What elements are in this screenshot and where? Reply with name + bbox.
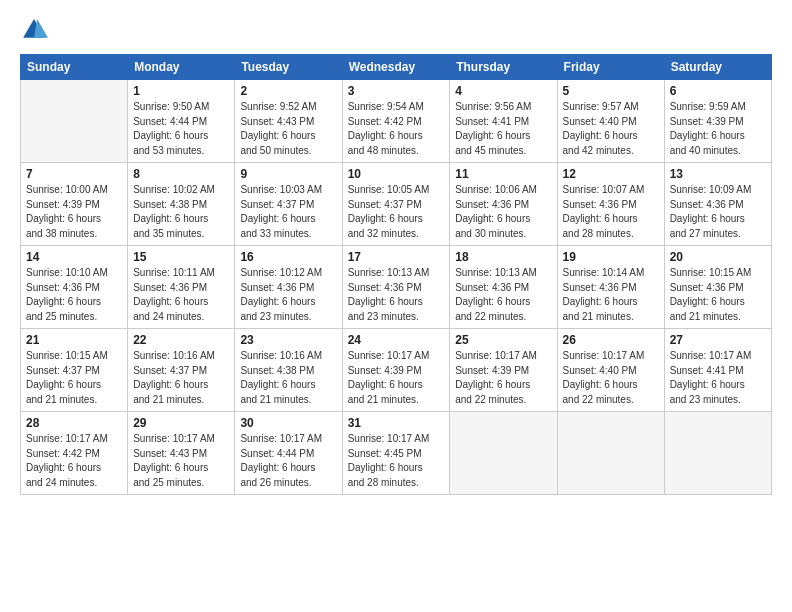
- calendar-cell: 31Sunrise: 10:17 AM Sunset: 4:45 PM Dayl…: [342, 412, 450, 495]
- day-number: 31: [348, 416, 445, 430]
- day-detail: Sunrise: 9:56 AM Sunset: 4:41 PM Dayligh…: [455, 100, 551, 158]
- day-detail: Sunrise: 9:52 AM Sunset: 4:43 PM Dayligh…: [240, 100, 336, 158]
- calendar-cell: [450, 412, 557, 495]
- calendar-cell: 3Sunrise: 9:54 AM Sunset: 4:42 PM Daylig…: [342, 80, 450, 163]
- day-number: 5: [563, 84, 659, 98]
- weekday-header-row: SundayMondayTuesdayWednesdayThursdayFrid…: [21, 55, 772, 80]
- svg-marker-1: [34, 19, 48, 38]
- calendar-cell: 4Sunrise: 9:56 AM Sunset: 4:41 PM Daylig…: [450, 80, 557, 163]
- weekday-header-thursday: Thursday: [450, 55, 557, 80]
- calendar-cell: 24Sunrise: 10:17 AM Sunset: 4:39 PM Dayl…: [342, 329, 450, 412]
- day-number: 12: [563, 167, 659, 181]
- calendar-cell: [21, 80, 128, 163]
- calendar-cell: 15Sunrise: 10:11 AM Sunset: 4:36 PM Dayl…: [128, 246, 235, 329]
- weekday-header-saturday: Saturday: [664, 55, 771, 80]
- day-detail: Sunrise: 10:17 AM Sunset: 4:45 PM Daylig…: [348, 432, 445, 490]
- week-row-4: 21Sunrise: 10:15 AM Sunset: 4:37 PM Dayl…: [21, 329, 772, 412]
- calendar-cell: 22Sunrise: 10:16 AM Sunset: 4:37 PM Dayl…: [128, 329, 235, 412]
- calendar-cell: 27Sunrise: 10:17 AM Sunset: 4:41 PM Dayl…: [664, 329, 771, 412]
- weekday-header-tuesday: Tuesday: [235, 55, 342, 80]
- day-detail: Sunrise: 9:54 AM Sunset: 4:42 PM Dayligh…: [348, 100, 445, 158]
- day-number: 28: [26, 416, 122, 430]
- day-number: 26: [563, 333, 659, 347]
- day-number: 15: [133, 250, 229, 264]
- calendar-cell: 20Sunrise: 10:15 AM Sunset: 4:36 PM Dayl…: [664, 246, 771, 329]
- weekday-header-wednesday: Wednesday: [342, 55, 450, 80]
- day-number: 19: [563, 250, 659, 264]
- day-number: 10: [348, 167, 445, 181]
- day-detail: Sunrise: 10:15 AM Sunset: 4:36 PM Daylig…: [670, 266, 766, 324]
- day-detail: Sunrise: 10:05 AM Sunset: 4:37 PM Daylig…: [348, 183, 445, 241]
- day-number: 16: [240, 250, 336, 264]
- calendar-cell: 5Sunrise: 9:57 AM Sunset: 4:40 PM Daylig…: [557, 80, 664, 163]
- day-number: 7: [26, 167, 122, 181]
- day-number: 3: [348, 84, 445, 98]
- day-detail: Sunrise: 10:03 AM Sunset: 4:37 PM Daylig…: [240, 183, 336, 241]
- calendar-cell: 28Sunrise: 10:17 AM Sunset: 4:42 PM Dayl…: [21, 412, 128, 495]
- week-row-1: 1Sunrise: 9:50 AM Sunset: 4:44 PM Daylig…: [21, 80, 772, 163]
- day-number: 23: [240, 333, 336, 347]
- day-number: 20: [670, 250, 766, 264]
- day-number: 24: [348, 333, 445, 347]
- calendar-cell: 25Sunrise: 10:17 AM Sunset: 4:39 PM Dayl…: [450, 329, 557, 412]
- day-detail: Sunrise: 10:17 AM Sunset: 4:39 PM Daylig…: [455, 349, 551, 407]
- day-detail: Sunrise: 9:59 AM Sunset: 4:39 PM Dayligh…: [670, 100, 766, 158]
- calendar-cell: 18Sunrise: 10:13 AM Sunset: 4:36 PM Dayl…: [450, 246, 557, 329]
- calendar-cell: 23Sunrise: 10:16 AM Sunset: 4:38 PM Dayl…: [235, 329, 342, 412]
- week-row-2: 7Sunrise: 10:00 AM Sunset: 4:39 PM Dayli…: [21, 163, 772, 246]
- calendar-table: SundayMondayTuesdayWednesdayThursdayFrid…: [20, 54, 772, 495]
- page-container: SundayMondayTuesdayWednesdayThursdayFrid…: [0, 0, 792, 505]
- day-detail: Sunrise: 10:16 AM Sunset: 4:38 PM Daylig…: [240, 349, 336, 407]
- calendar-cell: 29Sunrise: 10:17 AM Sunset: 4:43 PM Dayl…: [128, 412, 235, 495]
- day-number: 25: [455, 333, 551, 347]
- day-detail: Sunrise: 10:10 AM Sunset: 4:36 PM Daylig…: [26, 266, 122, 324]
- day-number: 29: [133, 416, 229, 430]
- calendar-cell: 1Sunrise: 9:50 AM Sunset: 4:44 PM Daylig…: [128, 80, 235, 163]
- calendar-cell: 16Sunrise: 10:12 AM Sunset: 4:36 PM Dayl…: [235, 246, 342, 329]
- calendar-cell: 8Sunrise: 10:02 AM Sunset: 4:38 PM Dayli…: [128, 163, 235, 246]
- calendar-cell: 30Sunrise: 10:17 AM Sunset: 4:44 PM Dayl…: [235, 412, 342, 495]
- day-detail: Sunrise: 10:07 AM Sunset: 4:36 PM Daylig…: [563, 183, 659, 241]
- calendar-cell: 14Sunrise: 10:10 AM Sunset: 4:36 PM Dayl…: [21, 246, 128, 329]
- day-detail: Sunrise: 10:17 AM Sunset: 4:41 PM Daylig…: [670, 349, 766, 407]
- day-number: 6: [670, 84, 766, 98]
- calendar-cell: [557, 412, 664, 495]
- day-detail: Sunrise: 10:00 AM Sunset: 4:39 PM Daylig…: [26, 183, 122, 241]
- week-row-5: 28Sunrise: 10:17 AM Sunset: 4:42 PM Dayl…: [21, 412, 772, 495]
- calendar-cell: 11Sunrise: 10:06 AM Sunset: 4:36 PM Dayl…: [450, 163, 557, 246]
- day-detail: Sunrise: 9:50 AM Sunset: 4:44 PM Dayligh…: [133, 100, 229, 158]
- weekday-header-monday: Monday: [128, 55, 235, 80]
- calendar-cell: 10Sunrise: 10:05 AM Sunset: 4:37 PM Dayl…: [342, 163, 450, 246]
- day-detail: Sunrise: 10:16 AM Sunset: 4:37 PM Daylig…: [133, 349, 229, 407]
- day-number: 9: [240, 167, 336, 181]
- weekday-header-sunday: Sunday: [21, 55, 128, 80]
- calendar-cell: 9Sunrise: 10:03 AM Sunset: 4:37 PM Dayli…: [235, 163, 342, 246]
- day-number: 17: [348, 250, 445, 264]
- day-detail: Sunrise: 10:17 AM Sunset: 4:42 PM Daylig…: [26, 432, 122, 490]
- day-number: 14: [26, 250, 122, 264]
- day-detail: Sunrise: 10:14 AM Sunset: 4:36 PM Daylig…: [563, 266, 659, 324]
- calendar-cell: 12Sunrise: 10:07 AM Sunset: 4:36 PM Dayl…: [557, 163, 664, 246]
- logo: [20, 16, 52, 44]
- day-detail: Sunrise: 10:13 AM Sunset: 4:36 PM Daylig…: [455, 266, 551, 324]
- day-detail: Sunrise: 10:11 AM Sunset: 4:36 PM Daylig…: [133, 266, 229, 324]
- logo-icon: [20, 16, 48, 44]
- header: [20, 16, 772, 44]
- week-row-3: 14Sunrise: 10:10 AM Sunset: 4:36 PM Dayl…: [21, 246, 772, 329]
- day-detail: Sunrise: 10:17 AM Sunset: 4:44 PM Daylig…: [240, 432, 336, 490]
- day-detail: Sunrise: 10:06 AM Sunset: 4:36 PM Daylig…: [455, 183, 551, 241]
- day-number: 27: [670, 333, 766, 347]
- day-detail: Sunrise: 10:13 AM Sunset: 4:36 PM Daylig…: [348, 266, 445, 324]
- day-number: 13: [670, 167, 766, 181]
- day-detail: Sunrise: 9:57 AM Sunset: 4:40 PM Dayligh…: [563, 100, 659, 158]
- day-number: 2: [240, 84, 336, 98]
- day-number: 30: [240, 416, 336, 430]
- day-detail: Sunrise: 10:17 AM Sunset: 4:43 PM Daylig…: [133, 432, 229, 490]
- day-detail: Sunrise: 10:02 AM Sunset: 4:38 PM Daylig…: [133, 183, 229, 241]
- calendar-cell: 26Sunrise: 10:17 AM Sunset: 4:40 PM Dayl…: [557, 329, 664, 412]
- day-number: 1: [133, 84, 229, 98]
- day-number: 11: [455, 167, 551, 181]
- calendar-cell: 19Sunrise: 10:14 AM Sunset: 4:36 PM Dayl…: [557, 246, 664, 329]
- calendar-cell: 13Sunrise: 10:09 AM Sunset: 4:36 PM Dayl…: [664, 163, 771, 246]
- day-detail: Sunrise: 10:09 AM Sunset: 4:36 PM Daylig…: [670, 183, 766, 241]
